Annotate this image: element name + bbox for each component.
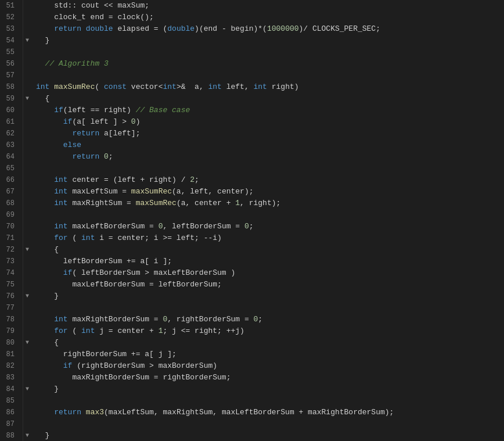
fold-marker bbox=[23, 314, 31, 325]
code-line: } bbox=[36, 35, 504, 46]
fold-marker[interactable]: ▼ bbox=[23, 383, 31, 395]
code-line: for ( int i = center; i >= left; --i) bbox=[36, 232, 504, 244]
code-line: } bbox=[36, 430, 504, 441]
line-number: 85 bbox=[0, 395, 18, 407]
code-line: if(a[ left ] > 0) bbox=[36, 116, 504, 128]
line-number: 78 bbox=[0, 314, 18, 325]
code-line: int maxRightSum = maxSumRec(a, center + … bbox=[36, 198, 504, 209]
code-line: maxRightBorderSum = rightBorderSum; bbox=[36, 372, 504, 383]
line-number: 75 bbox=[0, 279, 18, 291]
code-line: maxLeftBorderSum = leftBorderSum; bbox=[36, 279, 504, 291]
fold-marker bbox=[23, 325, 31, 337]
line-number: 80 bbox=[0, 337, 18, 349]
fold-marker bbox=[23, 395, 31, 407]
code-line: return double elapsed = (double)(end - b… bbox=[36, 23, 504, 35]
line-number: 65 bbox=[0, 163, 18, 174]
line-number: 79 bbox=[0, 325, 18, 337]
code-line: rightBorderSum += a[ j ]; bbox=[36, 349, 504, 360]
fold-marker[interactable]: ▼ bbox=[23, 430, 31, 441]
line-number: 82 bbox=[0, 360, 18, 372]
line-number: 57 bbox=[0, 70, 18, 81]
code-line: { bbox=[36, 244, 504, 256]
fold-marker bbox=[23, 139, 31, 151]
line-number: 77 bbox=[0, 302, 18, 314]
fold-marker bbox=[23, 279, 31, 291]
line-number: 83 bbox=[0, 372, 18, 383]
line-number: 71 bbox=[0, 232, 18, 244]
line-number: 59 bbox=[0, 93, 18, 105]
code-line: { bbox=[36, 337, 504, 349]
line-number: 55 bbox=[0, 46, 18, 58]
line-number: 53 bbox=[0, 23, 18, 35]
code-line bbox=[36, 163, 504, 174]
code-line: int center = (left + right) / 2; bbox=[36, 174, 504, 186]
line-number: 88 bbox=[0, 430, 18, 441]
fold-marker bbox=[23, 105, 31, 116]
fold-gutter[interactable]: ▼▼▼▼▼▼▼▼▼ bbox=[23, 0, 31, 441]
line-number: 54 bbox=[0, 35, 18, 46]
line-number: 51 bbox=[0, 0, 18, 12]
fold-marker[interactable]: ▼ bbox=[23, 291, 31, 302]
fold-marker bbox=[23, 198, 31, 209]
code-line bbox=[36, 395, 504, 407]
code-line bbox=[36, 418, 504, 430]
fold-marker[interactable]: ▼ bbox=[23, 35, 31, 46]
code-line: int maxRightBorderSum = 0, rightBorderSu… bbox=[36, 314, 504, 325]
code-editor: 5152535455565758596061626364656667686970… bbox=[0, 0, 504, 441]
fold-marker bbox=[23, 128, 31, 139]
code-line bbox=[36, 46, 504, 58]
code-line bbox=[36, 302, 504, 314]
line-number: 76 bbox=[0, 291, 18, 302]
fold-marker[interactable]: ▼ bbox=[23, 244, 31, 256]
fold-marker bbox=[23, 0, 31, 12]
code-line: } bbox=[36, 383, 504, 395]
line-number: 70 bbox=[0, 221, 18, 232]
code-line: leftBorderSum += a[ i ]; bbox=[36, 256, 504, 267]
line-number: 74 bbox=[0, 267, 18, 279]
code-line: clock_t end = clock(); bbox=[36, 12, 504, 23]
fold-marker bbox=[23, 12, 31, 23]
line-number: 66 bbox=[0, 174, 18, 186]
fold-marker bbox=[23, 174, 31, 186]
fold-marker bbox=[23, 407, 31, 418]
fold-marker bbox=[23, 256, 31, 267]
fold-marker bbox=[23, 151, 31, 163]
fold-marker bbox=[23, 221, 31, 232]
code-line: int maxSumRec( const vector<int>& a, int… bbox=[36, 81, 504, 93]
line-number: 68 bbox=[0, 198, 18, 209]
line-number: 62 bbox=[0, 128, 18, 139]
line-number: 81 bbox=[0, 349, 18, 360]
line-number: 69 bbox=[0, 209, 18, 221]
code-line: return max3(maxLeftSum, maxRightSum, max… bbox=[36, 407, 504, 418]
fold-marker bbox=[23, 81, 31, 93]
code-line: return 0; bbox=[36, 151, 504, 163]
code-line: for ( int j = center + 1; j <= right; ++… bbox=[36, 325, 504, 337]
fold-marker bbox=[23, 23, 31, 35]
line-numbers: 5152535455565758596061626364656667686970… bbox=[0, 0, 23, 441]
fold-marker bbox=[23, 360, 31, 372]
fold-marker bbox=[23, 209, 31, 221]
fold-marker bbox=[23, 302, 31, 314]
line-number: 58 bbox=[0, 81, 18, 93]
line-number: 86 bbox=[0, 407, 18, 418]
fold-marker[interactable]: ▼ bbox=[23, 93, 31, 105]
line-number: 73 bbox=[0, 256, 18, 267]
fold-marker bbox=[23, 267, 31, 279]
line-number: 61 bbox=[0, 116, 18, 128]
code-line: return a[left]; bbox=[36, 128, 504, 139]
fold-marker[interactable]: ▼ bbox=[23, 337, 31, 349]
code-line: if( leftBorderSum > maxLeftBorderSum ) bbox=[36, 267, 504, 279]
code-line: if (rightBorderSum > maxBorderSum) bbox=[36, 360, 504, 372]
fold-marker bbox=[23, 186, 31, 198]
line-number: 64 bbox=[0, 151, 18, 163]
code-line: } bbox=[36, 291, 504, 302]
fold-marker bbox=[23, 163, 31, 174]
line-number: 72 bbox=[0, 244, 18, 256]
fold-marker bbox=[23, 232, 31, 244]
fold-marker bbox=[23, 58, 31, 70]
code-line: int maxLeftSum = maxSumRec(a, left, cent… bbox=[36, 186, 504, 198]
fold-marker bbox=[23, 418, 31, 430]
line-number: 87 bbox=[0, 418, 18, 430]
line-number: 84 bbox=[0, 383, 18, 395]
line-number: 63 bbox=[0, 139, 18, 151]
